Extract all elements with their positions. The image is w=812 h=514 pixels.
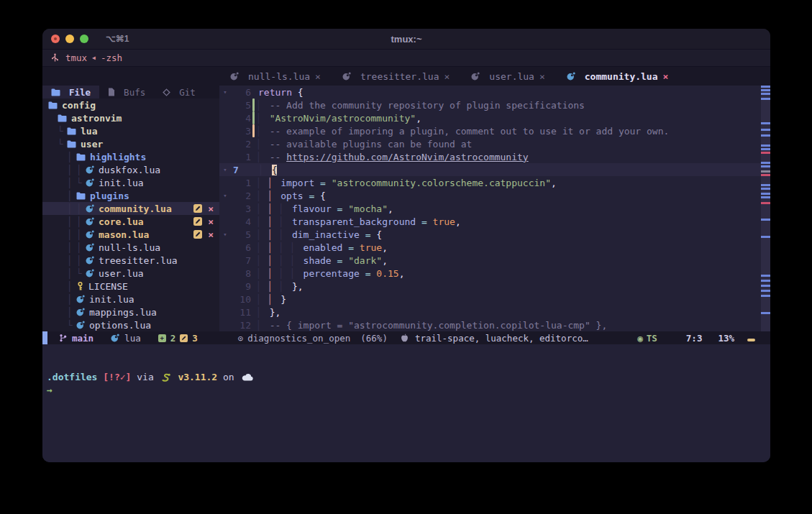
unsaved-close-icon[interactable]: × [208,217,214,226]
editor-scrollbar[interactable] [761,86,770,331]
tree-item-core.lua[interactable]: ││core.lua× [42,215,219,228]
unsaved-close-icon[interactable]: × [208,204,214,214]
close-buffer-icon[interactable]: × [663,71,669,82]
tree-guide: │ [76,165,86,175]
code-line-7[interactable]: ▾7▏{ [219,163,770,176]
code-line-9[interactable]: 9▏▏▏}, [219,280,770,293]
code-line-3[interactable]: 3▏▏▏flavour = "mocha", [219,202,770,215]
tree-item-community.lua[interactable]: ││community.lua× [42,202,219,215]
tree-item-user[interactable]: └user [42,137,219,150]
buffer-tab-community.lua[interactable]: community.lua× [556,67,680,86]
tree-item-treesitter.lua[interactable]: ││treesitter.lua [42,254,219,267]
tree-item-plugins[interactable]: │plugins [42,189,219,202]
code-line-1[interactable]: 1▏▏import = "astrocommunity.colorscheme.… [219,176,770,189]
null-ls-icon [401,334,409,342]
buffer-tab-null-ls.lua[interactable]: null-ls.lua× [219,67,332,86]
code-line-5[interactable]: ▾5▏▏▏dim_inactive = { [219,228,770,241]
tree-item-duskfox.lua[interactable]: ││duskfox.lua [42,163,219,176]
fold-icon[interactable]: ▾ [219,192,231,199]
code-text: ▏▏opts = { [258,191,326,201]
minimize-window-button[interactable] [65,35,74,43]
folder-icon [67,140,76,148]
tree-guide: │ [67,178,76,188]
code-line-6[interactable]: 6▏▏▏▏enabled = true, [219,241,770,254]
tree-item-LICENSE[interactable]: │LICENSE [42,280,219,293]
scope-guide: ▏ [270,281,281,292]
buffer-tab-label: community.lua [585,71,658,82]
code-line-2[interactable]: ▾2▏▏opts = { [219,189,770,202]
indent-guide: ▏ [292,242,304,253]
fold-icon[interactable]: ▾ [219,231,231,238]
code-line-10[interactable]: 10▏▏} [219,293,770,306]
token: 0.15 [376,268,398,279]
tree-item-astronvim[interactable]: astronvim [42,111,219,124]
code-line-6[interactable]: ▾6return { [219,86,770,98]
buffer-tab-treesitter.lua[interactable]: treesitter.lua× [332,67,460,86]
indent-guide: ▏ [280,229,292,240]
token: { [314,191,326,201]
indent-guide: ▏ [258,294,270,305]
scrollbar-mark [761,174,770,176]
fold-icon[interactable]: ▾ [219,166,231,173]
code-text: ▏▏▏▏enabled = true, [258,242,388,253]
token [342,255,348,266]
shell-pane[interactable]: .dotfiles [!?✓] via v3.11.2 on → [42,344,770,462]
zoom-window-button[interactable] [80,35,88,43]
code-line-4[interactable]: 4▏▏▏transparent_background = true, [219,215,770,228]
lua-icon [86,230,94,239]
scrollbar-mark [761,148,770,150]
git-branch-icon [59,334,67,342]
code-text: ▏"AstroNvim/astrocommunity", [258,113,421,124]
prompt-arrow: → [47,385,53,395]
code-line-8[interactable]: 8▏▏▏▏percentage = 0.15, [219,267,770,280]
scrollbar-mark [761,170,770,173]
mode-indicator-left [42,331,47,344]
tree-item-user.lua[interactable]: │└user.lua [42,267,219,280]
close-window-button[interactable] [51,35,60,43]
tree-item-init.lua[interactable]: │init.lua [42,293,219,306]
tree-item-null-ls.lua[interactable]: ││null-ls.lua [42,241,219,254]
code-line-7[interactable]: 7▏▏▏▏shade = "dark", [219,254,770,267]
scrollbar-mark [761,219,770,221]
explorer-tab-git[interactable]: Git [154,86,204,98]
line-number: 10 [231,294,251,305]
code-editor[interactable]: ▾6return {5▏-- Add the community reposit… [219,86,770,331]
tree-item-lua[interactable]: └lua [42,124,219,137]
tree-item-mappings.lua[interactable]: │mappings.lua [42,306,219,318]
code-line-3[interactable]: 3▏-- example of imporing a plugin, comme… [219,124,770,137]
git-sign-column [251,254,258,267]
tree-guide [48,216,58,227]
explorer-tab-bufs[interactable]: Bufs [99,86,154,98]
token [332,203,337,214]
scope-guide: ▏ [270,178,281,188]
fold-icon[interactable]: ▾ [219,88,231,96]
code-text: ▏▏import = "astrocommunity.colorscheme.c… [258,178,557,188]
line-number: 5 [231,100,251,111]
close-buffer-icon[interactable]: × [315,71,321,82]
close-buffer-icon[interactable]: × [444,71,450,82]
git-sign-add [252,111,255,124]
buffer-tab-user.lua[interactable]: user.lua× [460,67,555,86]
code-line-12[interactable]: 12▏-- { import = "astrocommunity.complet… [219,318,770,331]
indent-guide: ▏ [280,255,292,266]
tree-item-highlights[interactable]: │highlights [42,150,219,163]
close-buffer-icon[interactable]: × [539,71,545,82]
code-line-4[interactable]: 4▏"AstroNvim/astrocommunity", [219,111,770,124]
titlebar: ⌥⌘1 tmux:~ [42,29,770,50]
tree-item-label: init.lua [99,178,144,188]
lua-icon [86,178,94,187]
unsaved-close-icon[interactable]: × [208,230,214,239]
code-line-2[interactable]: 2▏-- available plugins can be found at [219,137,770,150]
explorer-tab-file[interactable]: File [42,86,99,98]
tree-item-options.lua[interactable]: └options.lua [42,318,219,331]
code-line-1[interactable]: 1▏-- https://github.com/AstroNvim/astroc… [219,150,770,163]
code-line-5[interactable]: 5▏-- Add the community repository of plu… [219,98,770,111]
file-explorer: FileBufsGit config astronvim └lua └user … [42,86,219,331]
code-line-11[interactable]: 11▏}, [219,306,770,318]
lua-icon [86,269,94,277]
tree-item-init.lua[interactable]: │└init.lua [42,176,219,189]
tree-item-config[interactable]: config [42,98,219,111]
git-branch[interactable]: main [58,333,93,344]
tree-item-mason.lua[interactable]: ││mason.lua× [42,228,219,241]
keybind-hint: ⌥⌘1 [106,34,129,44]
